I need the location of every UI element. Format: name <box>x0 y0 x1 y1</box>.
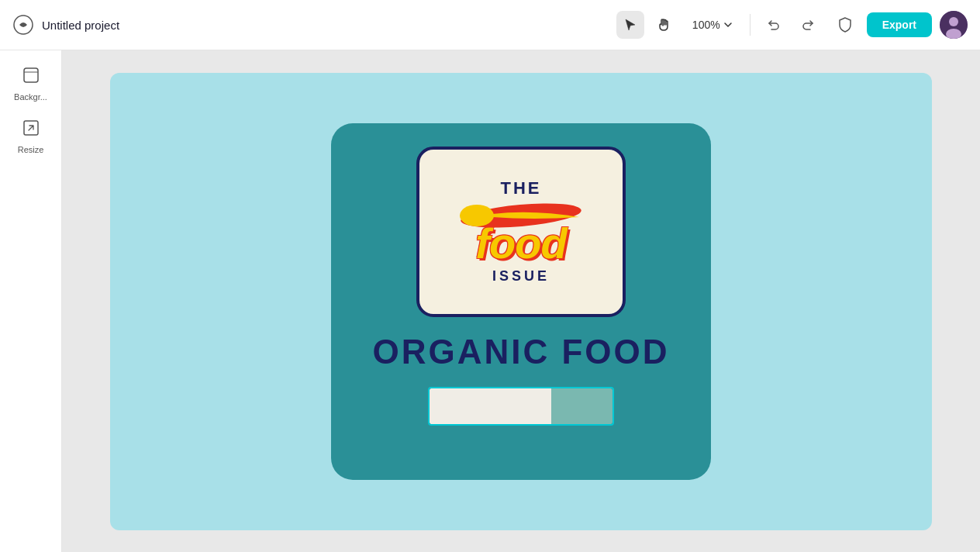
sidebar-item-background-label: Backgr... <box>14 92 47 102</box>
redo-button[interactable] <box>794 11 822 39</box>
topbar-left: Untitled project <box>12 14 607 36</box>
canvas[interactable]: THE food ISSUE <box>110 73 932 530</box>
food-card[interactable]: THE food ISSUE <box>331 123 711 480</box>
selected-bar-right <box>551 388 612 424</box>
sidebar-item-background[interactable]: Backgr... <box>6 60 56 109</box>
shield-button[interactable] <box>831 11 859 39</box>
hand-tool-button[interactable] <box>650 11 678 39</box>
resize-icon <box>22 119 40 142</box>
topbar-right: Export <box>831 11 968 39</box>
topbar: Untitled project 100% <box>0 0 980 50</box>
topbar-center: 100% <box>616 11 822 39</box>
canvas-area[interactable]: THE food ISSUE <box>62 50 980 552</box>
shield-icon <box>837 16 854 33</box>
main: Backgr... Resize THE <box>0 50 980 552</box>
sidebar-item-resize[interactable]: Resize <box>6 112 56 162</box>
selected-bar-element[interactable] <box>428 387 614 426</box>
divider <box>750 14 751 36</box>
selected-bar-left <box>430 388 551 424</box>
svg-point-2 <box>949 17 958 26</box>
sidebar: Backgr... Resize <box>0 50 62 552</box>
spoon-graphic <box>455 200 587 231</box>
badge-the-text: THE <box>501 178 542 198</box>
organic-food-text: ORGANIC FOOD <box>372 333 669 371</box>
brand-icon <box>12 14 34 36</box>
zoom-selector-button[interactable]: 100% <box>685 14 740 36</box>
undo-button[interactable] <box>760 11 788 39</box>
chevron-down-icon <box>723 20 733 29</box>
food-badge: THE food ISSUE <box>416 147 626 317</box>
background-icon <box>22 66 40 89</box>
svg-rect-4 <box>24 68 38 82</box>
redo-icon <box>801 18 815 32</box>
avatar[interactable] <box>940 11 968 39</box>
svg-point-7 <box>460 205 494 226</box>
sidebar-item-resize-label: Resize <box>18 145 44 155</box>
export-button[interactable]: Export <box>867 12 932 37</box>
undo-icon <box>767 18 781 32</box>
badge-issue-text: ISSUE <box>492 268 550 285</box>
zoom-level-label: 100% <box>692 19 720 31</box>
select-tool-button[interactable] <box>616 11 644 39</box>
project-title: Untitled project <box>42 19 119 32</box>
